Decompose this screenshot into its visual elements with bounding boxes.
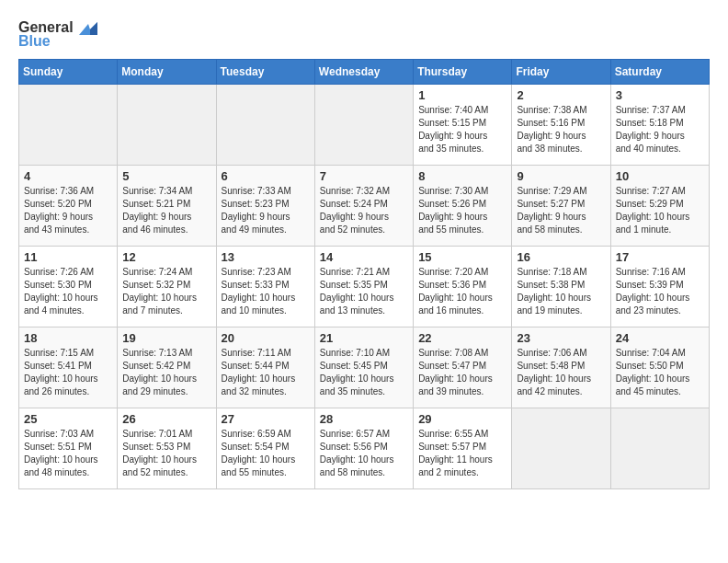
calendar-cell: 28Sunrise: 6:57 AM Sunset: 5:56 PM Dayli… [314, 408, 413, 489]
calendar-cell: 7Sunrise: 7:32 AM Sunset: 5:24 PM Daylig… [314, 166, 413, 247]
day-info: Sunrise: 7:32 AM Sunset: 5:24 PM Dayligh… [320, 185, 408, 236]
weekday-header: Sunday [19, 60, 118, 85]
calendar-cell: 4Sunrise: 7:36 AM Sunset: 5:20 PM Daylig… [19, 166, 118, 247]
day-number: 17 [616, 250, 704, 264]
day-number: 23 [517, 331, 605, 345]
calendar-table: SundayMondayTuesdayWednesdayThursdayFrid… [18, 59, 710, 489]
day-number: 15 [418, 250, 506, 264]
calendar-cell: 15Sunrise: 7:20 AM Sunset: 5:36 PM Dayli… [414, 247, 512, 327]
calendar-cell: 10Sunrise: 7:27 AM Sunset: 5:29 PM Dayli… [610, 166, 709, 247]
calendar-cell: 17Sunrise: 7:16 AM Sunset: 5:39 PM Dayli… [610, 247, 709, 327]
day-number: 21 [320, 331, 408, 345]
day-info: Sunrise: 7:30 AM Sunset: 5:26 PM Dayligh… [418, 185, 506, 236]
day-number: 12 [122, 250, 210, 264]
day-number: 3 [616, 88, 704, 102]
calendar-cell: 5Sunrise: 7:34 AM Sunset: 5:21 PM Daylig… [118, 166, 216, 247]
day-info: Sunrise: 6:59 AM Sunset: 5:54 PM Dayligh… [222, 428, 310, 479]
calendar-cell: 21Sunrise: 7:10 AM Sunset: 5:45 PM Dayli… [314, 327, 413, 408]
weekday-header: Tuesday [216, 60, 314, 85]
day-info: Sunrise: 7:34 AM Sunset: 5:21 PM Dayligh… [122, 185, 210, 236]
day-info: Sunrise: 7:18 AM Sunset: 5:38 PM Dayligh… [517, 266, 605, 317]
calendar-cell [216, 85, 314, 166]
calendar-cell [19, 85, 118, 166]
day-info: Sunrise: 7:24 AM Sunset: 5:32 PM Dayligh… [122, 266, 210, 317]
day-number: 8 [418, 169, 506, 183]
day-number: 11 [24, 250, 112, 264]
calendar-cell: 9Sunrise: 7:29 AM Sunset: 5:27 PM Daylig… [512, 166, 610, 247]
day-info: Sunrise: 7:03 AM Sunset: 5:51 PM Dayligh… [24, 428, 112, 479]
day-info: Sunrise: 7:40 AM Sunset: 5:15 PM Dayligh… [418, 104, 506, 155]
day-info: Sunrise: 7:38 AM Sunset: 5:16 PM Dayligh… [517, 104, 605, 155]
calendar-cell [610, 408, 709, 489]
calendar-cell: 23Sunrise: 7:06 AM Sunset: 5:48 PM Dayli… [512, 327, 610, 408]
calendar-cell [118, 85, 216, 166]
day-info: Sunrise: 7:29 AM Sunset: 5:27 PM Dayligh… [517, 185, 605, 236]
calendar-week-row: 11Sunrise: 7:26 AM Sunset: 5:30 PM Dayli… [19, 247, 710, 327]
calendar-cell: 11Sunrise: 7:26 AM Sunset: 5:30 PM Dayli… [19, 247, 118, 327]
day-number: 4 [24, 169, 112, 183]
calendar-cell: 25Sunrise: 7:03 AM Sunset: 5:51 PM Dayli… [19, 408, 118, 489]
calendar-cell: 6Sunrise: 7:33 AM Sunset: 5:23 PM Daylig… [216, 166, 314, 247]
header-row: SundayMondayTuesdayWednesdayThursdayFrid… [19, 60, 710, 85]
day-info: Sunrise: 7:01 AM Sunset: 5:53 PM Dayligh… [122, 428, 210, 479]
day-number: 10 [616, 169, 704, 183]
day-info: Sunrise: 7:37 AM Sunset: 5:18 PM Dayligh… [616, 104, 704, 155]
day-number: 25 [24, 412, 112, 426]
calendar-cell: 18Sunrise: 7:15 AM Sunset: 5:41 PM Dayli… [19, 327, 118, 408]
day-info: Sunrise: 7:27 AM Sunset: 5:29 PM Dayligh… [616, 185, 704, 236]
day-info: Sunrise: 7:06 AM Sunset: 5:48 PM Dayligh… [517, 347, 605, 398]
day-number: 1 [418, 88, 506, 102]
day-number: 16 [517, 250, 605, 264]
weekday-header: Monday [118, 60, 216, 85]
day-info: Sunrise: 7:10 AM Sunset: 5:45 PM Dayligh… [320, 347, 408, 398]
calendar-cell: 19Sunrise: 7:13 AM Sunset: 5:42 PM Dayli… [118, 327, 216, 408]
day-info: Sunrise: 7:16 AM Sunset: 5:39 PM Dayligh… [616, 266, 704, 317]
calendar-cell: 20Sunrise: 7:11 AM Sunset: 5:44 PM Dayli… [216, 327, 314, 408]
day-number: 13 [222, 250, 310, 264]
day-number: 29 [418, 412, 506, 426]
day-number: 22 [418, 331, 506, 345]
calendar-cell: 3Sunrise: 7:37 AM Sunset: 5:18 PM Daylig… [610, 85, 709, 166]
day-info: Sunrise: 7:20 AM Sunset: 5:36 PM Dayligh… [418, 266, 506, 317]
calendar-week-row: 18Sunrise: 7:15 AM Sunset: 5:41 PM Dayli… [19, 327, 710, 408]
day-number: 28 [320, 412, 408, 426]
day-info: Sunrise: 7:33 AM Sunset: 5:23 PM Dayligh… [222, 185, 310, 236]
day-info: Sunrise: 7:26 AM Sunset: 5:30 PM Dayligh… [24, 266, 112, 317]
calendar-cell: 22Sunrise: 7:08 AM Sunset: 5:47 PM Dayli… [414, 327, 512, 408]
day-info: Sunrise: 7:23 AM Sunset: 5:33 PM Dayligh… [222, 266, 310, 317]
day-number: 20 [222, 331, 310, 345]
day-info: Sunrise: 7:08 AM Sunset: 5:47 PM Dayligh… [418, 347, 506, 398]
calendar-cell: 27Sunrise: 6:59 AM Sunset: 5:54 PM Dayli… [216, 408, 314, 489]
logo: General Blue [18, 18, 97, 50]
weekday-header: Thursday [414, 60, 512, 85]
page-header: General Blue [18, 18, 710, 50]
day-info: Sunrise: 7:11 AM Sunset: 5:44 PM Dayligh… [222, 347, 310, 398]
calendar-cell: 1Sunrise: 7:40 AM Sunset: 5:15 PM Daylig… [414, 85, 512, 166]
calendar-cell: 12Sunrise: 7:24 AM Sunset: 5:32 PM Dayli… [118, 247, 216, 327]
calendar-cell: 24Sunrise: 7:04 AM Sunset: 5:50 PM Dayli… [610, 327, 709, 408]
day-info: Sunrise: 7:04 AM Sunset: 5:50 PM Dayligh… [616, 347, 704, 398]
day-number: 14 [320, 250, 408, 264]
calendar-cell: 26Sunrise: 7:01 AM Sunset: 5:53 PM Dayli… [118, 408, 216, 489]
day-number: 19 [122, 331, 210, 345]
calendar-cell: 13Sunrise: 7:23 AM Sunset: 5:33 PM Dayli… [216, 247, 314, 327]
day-number: 18 [24, 331, 112, 345]
weekday-header: Wednesday [314, 60, 413, 85]
calendar-cell: 8Sunrise: 7:30 AM Sunset: 5:26 PM Daylig… [414, 166, 512, 247]
calendar-cell: 2Sunrise: 7:38 AM Sunset: 5:16 PM Daylig… [512, 85, 610, 166]
day-number: 7 [320, 169, 408, 183]
calendar-week-row: 4Sunrise: 7:36 AM Sunset: 5:20 PM Daylig… [19, 166, 710, 247]
day-info: Sunrise: 6:57 AM Sunset: 5:56 PM Dayligh… [320, 428, 408, 479]
day-info: Sunrise: 6:55 AM Sunset: 5:57 PM Dayligh… [418, 428, 506, 479]
day-info: Sunrise: 7:13 AM Sunset: 5:42 PM Dayligh… [122, 347, 210, 398]
day-number: 2 [517, 88, 605, 102]
day-number: 26 [122, 412, 210, 426]
day-number: 6 [222, 169, 310, 183]
day-info: Sunrise: 7:15 AM Sunset: 5:41 PM Dayligh… [24, 347, 112, 398]
day-number: 24 [616, 331, 704, 345]
calendar-cell: 29Sunrise: 6:55 AM Sunset: 5:57 PM Dayli… [414, 408, 512, 489]
day-info: Sunrise: 7:21 AM Sunset: 5:35 PM Dayligh… [320, 266, 408, 317]
calendar-cell: 16Sunrise: 7:18 AM Sunset: 5:38 PM Dayli… [512, 247, 610, 327]
calendar-cell [314, 85, 413, 166]
day-info: Sunrise: 7:36 AM Sunset: 5:20 PM Dayligh… [24, 185, 112, 236]
